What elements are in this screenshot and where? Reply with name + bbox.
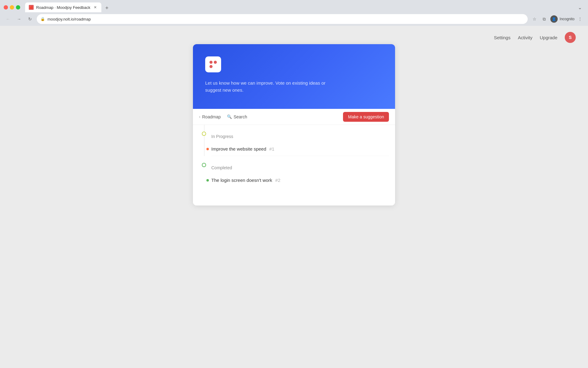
url-text: moodjoy.nolt.io/roadmap bbox=[47, 17, 524, 21]
tab-title: Roadmap · Moodjoy Feedback bbox=[36, 5, 90, 10]
forward-button[interactable]: → bbox=[15, 15, 23, 23]
traffic-lights bbox=[4, 5, 20, 10]
roadmap-content: In Progress Improve the website speed #1… bbox=[193, 125, 395, 205]
completed-label: Completed bbox=[211, 159, 395, 173]
upgrade-link[interactable]: Upgrade bbox=[540, 35, 557, 40]
breadcrumb-arrow-icon: › bbox=[199, 115, 200, 119]
in-progress-section: In Progress Improve the website speed #1 bbox=[193, 125, 395, 156]
search-button[interactable]: 🔍 Search bbox=[227, 114, 247, 119]
roadmap-item[interactable]: The login screen doesn't work #2 bbox=[211, 173, 395, 187]
roadmap-item[interactable]: Improve the website speed #1 bbox=[211, 142, 395, 156]
in-progress-label: In Progress bbox=[211, 128, 395, 142]
new-tab-button[interactable]: + bbox=[103, 4, 111, 12]
tab-bar: 🟥 Roadmap · Moodjoy Feedback ✕ + bbox=[25, 2, 575, 12]
browser-toolbar: ← → ↻ 🔒 moodjoy.nolt.io/roadmap ☆ ⧉ 👤 In… bbox=[0, 12, 588, 26]
item-status-dot bbox=[206, 148, 209, 150]
split-view-button[interactable]: ⧉ bbox=[540, 15, 548, 23]
tab-favicon: 🟥 bbox=[29, 5, 34, 10]
tab-close-button[interactable]: ✕ bbox=[93, 5, 98, 10]
top-nav: Settings Activity Upgrade S bbox=[482, 26, 588, 49]
browser-chrome: 🟥 Roadmap · Moodjoy Feedback ✕ + ⌄ ← → ↻… bbox=[0, 0, 588, 26]
minimize-window-button[interactable] bbox=[10, 5, 14, 10]
logo-dot-2 bbox=[214, 61, 217, 64]
breadcrumb-label: Roadmap bbox=[202, 114, 221, 119]
logo-dot-3 bbox=[209, 65, 213, 68]
card-toolbar: › Roadmap 🔍 Search Make a suggestion bbox=[193, 109, 395, 125]
profile-icon-img: 👤 bbox=[552, 17, 556, 21]
lock-icon: 🔒 bbox=[40, 17, 45, 21]
logo-dot-1 bbox=[209, 61, 213, 64]
item-title: The login screen doesn't work bbox=[211, 178, 272, 183]
bookmark-button[interactable]: ☆ bbox=[530, 15, 539, 23]
menu-button[interactable]: ⋮ bbox=[576, 15, 584, 23]
user-avatar[interactable]: S bbox=[565, 32, 576, 43]
active-tab[interactable]: 🟥 Roadmap · Moodjoy Feedback ✕ bbox=[25, 2, 101, 12]
maximize-window-button[interactable] bbox=[16, 5, 20, 10]
item-status-dot bbox=[206, 179, 209, 182]
profile-avatar: 👤 bbox=[550, 15, 558, 23]
item-number: #2 bbox=[275, 178, 281, 183]
completed-dot bbox=[202, 163, 206, 167]
back-button[interactable]: ← bbox=[4, 15, 12, 23]
item-title: Improve the website speed bbox=[211, 146, 266, 151]
hero-description: Let us know how we can improve. Vote on … bbox=[205, 80, 328, 94]
logo-dots bbox=[209, 60, 217, 69]
breadcrumb[interactable]: › Roadmap bbox=[199, 114, 221, 119]
in-progress-dot bbox=[202, 132, 206, 136]
bottom-spacer bbox=[211, 187, 395, 205]
completed-section: Completed The login screen doesn't work … bbox=[193, 156, 395, 205]
address-bar[interactable]: 🔒 moodjoy.nolt.io/roadmap bbox=[37, 14, 528, 24]
main-card: Let us know how we can improve. Vote on … bbox=[193, 44, 395, 205]
page-content: Settings Activity Upgrade S Let us know … bbox=[0, 26, 588, 368]
search-label: Search bbox=[234, 114, 247, 119]
toolbar-right: ☆ ⧉ 👤 Incognito ⋮ bbox=[530, 15, 584, 23]
reload-button[interactable]: ↻ bbox=[26, 15, 34, 23]
search-icon: 🔍 bbox=[227, 114, 232, 119]
incognito-label: Incognito bbox=[560, 17, 575, 21]
logo-dot-4 bbox=[214, 65, 217, 68]
settings-link[interactable]: Settings bbox=[494, 35, 511, 40]
close-window-button[interactable] bbox=[4, 5, 8, 10]
timeline-line bbox=[204, 125, 205, 156]
hero-banner: Let us know how we can improve. Vote on … bbox=[193, 44, 395, 109]
activity-link[interactable]: Activity bbox=[518, 35, 533, 40]
profile-button[interactable]: 👤 bbox=[550, 15, 558, 23]
brand-logo bbox=[205, 56, 221, 72]
tab-dropdown-button[interactable]: ⌄ bbox=[575, 3, 584, 12]
make-suggestion-button[interactable]: Make a suggestion bbox=[343, 112, 389, 122]
item-number: #1 bbox=[269, 146, 274, 151]
